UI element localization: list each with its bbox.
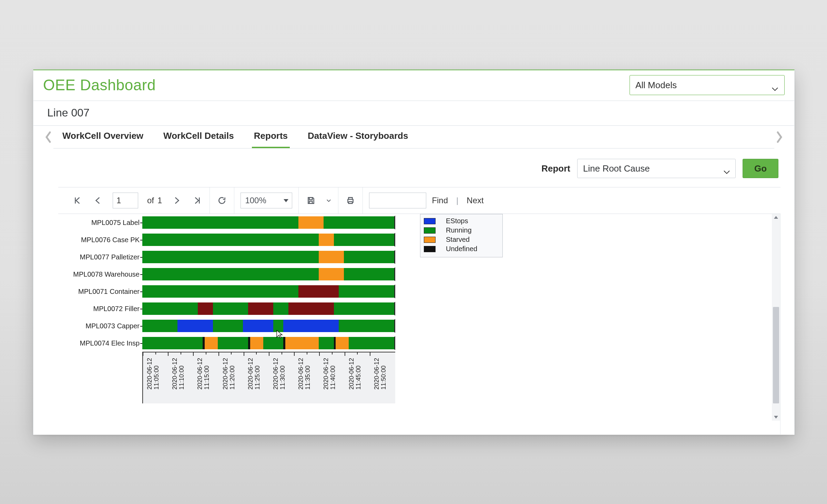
go-button[interactable]: Go [743, 159, 778, 178]
scroll-down-icon[interactable] [772, 414, 780, 421]
gantt-segment[interactable] [319, 251, 344, 263]
gantt-segment[interactable] [142, 268, 319, 280]
gantt-track[interactable] [142, 285, 395, 298]
gantt-segment[interactable] [177, 320, 213, 332]
tick-label: 2020-06-1211:30:00 [273, 358, 286, 390]
legend-item: Starved [424, 235, 499, 244]
tick [319, 352, 320, 356]
gantt-segment[interactable] [283, 320, 339, 332]
print-icon[interactable] [345, 195, 356, 206]
gantt-segment[interactable] [142, 234, 319, 246]
gantt-segment[interactable] [349, 337, 394, 349]
tick [168, 352, 169, 356]
page-nav-group: of 1 [65, 187, 210, 214]
page-input[interactable] [113, 193, 138, 208]
tick [193, 352, 194, 356]
gantt-track[interactable] [142, 216, 395, 229]
legend-label: Running [446, 226, 472, 234]
tick-minor [206, 352, 206, 354]
gantt-segment[interactable] [319, 268, 344, 280]
gantt-segment[interactable] [285, 337, 318, 349]
tick-minor [357, 352, 358, 354]
gantt-row: MPL0078 Warehouse [58, 266, 403, 283]
tick-label: 2020-06-1211:15:00 [197, 358, 211, 390]
find-input[interactable] [369, 193, 426, 208]
legend-swatch [424, 246, 436, 252]
gantt-segment[interactable] [248, 302, 273, 315]
vertical-scrollbar[interactable] [772, 214, 780, 421]
gantt-segment[interactable] [142, 285, 298, 298]
report-select[interactable]: Line Root Cause [577, 159, 736, 178]
tab-row: WorkCell OverviewWorkCell DetailsReports… [33, 126, 794, 148]
first-page-icon[interactable] [71, 195, 83, 206]
gantt-segment[interactable] [198, 302, 213, 315]
next-page-icon[interactable] [171, 195, 183, 206]
tick-minor [332, 352, 333, 354]
gantt-segment[interactable] [142, 320, 177, 332]
save-icon[interactable] [305, 195, 317, 206]
gantt-track[interactable] [142, 302, 395, 316]
tab-reports[interactable]: Reports [252, 126, 290, 148]
scroll-up-icon[interactable] [772, 214, 780, 221]
chevron-down-icon [772, 83, 778, 94]
gantt-track[interactable] [142, 250, 395, 264]
gantt-segment[interactable] [250, 337, 263, 349]
gantt-segment[interactable] [273, 302, 288, 315]
find-button[interactable]: Find [432, 196, 448, 205]
gantt-segment[interactable] [339, 285, 394, 298]
gantt-segment[interactable] [344, 268, 394, 280]
gantt-segment[interactable] [319, 337, 334, 349]
tab-dataview-storyboards[interactable]: DataView - Storyboards [306, 126, 410, 148]
gantt-track[interactable] [142, 233, 395, 247]
tick-minor [155, 352, 156, 354]
gantt-segment[interactable] [218, 337, 248, 349]
last-page-icon[interactable] [192, 195, 203, 206]
gantt-segment[interactable] [142, 337, 203, 349]
gantt-row: MPL0076 Case PK [58, 231, 403, 248]
gantt-segment[interactable] [288, 302, 334, 315]
gantt-row-label: MPL0078 Warehouse [58, 270, 142, 278]
gantt-segment[interactable] [334, 302, 394, 315]
gantt-segment[interactable] [334, 234, 394, 246]
gantt-track[interactable] [142, 267, 395, 281]
gantt-segment[interactable] [324, 216, 394, 229]
chevron-down-icon [724, 166, 730, 177]
gantt-segment[interactable] [298, 216, 324, 229]
gantt-segment[interactable] [205, 337, 218, 349]
zoom-select[interactable]: 100% [241, 193, 292, 208]
gantt-segment[interactable] [263, 337, 283, 349]
zoom-value: 100% [245, 196, 266, 205]
export-group [299, 187, 338, 214]
tick [345, 352, 345, 356]
app-window: OEE Dashboard All Models Line 007 WorkCe… [33, 70, 795, 435]
save-chevron-down-icon[interactable] [326, 195, 332, 206]
scroll-thumb[interactable] [773, 307, 779, 403]
refresh-icon[interactable] [216, 195, 228, 206]
gantt-track[interactable] [142, 319, 395, 333]
tick-label: 2020-06-1211:50:00 [374, 358, 387, 390]
gantt-segment[interactable] [344, 251, 394, 263]
gantt-segment[interactable] [142, 302, 198, 315]
model-select[interactable]: All Models [630, 75, 785, 95]
gantt-segment[interactable] [319, 234, 334, 246]
gantt-row: MPL0074 Elec Insp [58, 335, 403, 352]
gantt-row: MPL0077 Palletizer [58, 248, 403, 266]
gantt-segment[interactable] [142, 251, 319, 263]
gantt-segment[interactable] [213, 320, 243, 332]
gantt-segment[interactable] [213, 302, 248, 315]
tab-scroll-right-icon[interactable] [774, 126, 785, 148]
prev-page-icon[interactable] [92, 195, 104, 206]
gantt-row: MPL0075 Label [58, 214, 403, 231]
gantt-segment[interactable] [339, 320, 394, 332]
gantt-segment[interactable] [243, 320, 273, 332]
gantt-segment[interactable] [336, 337, 349, 349]
tab-scroll-left-icon[interactable] [43, 126, 53, 148]
gantt-segment[interactable] [142, 216, 298, 229]
gantt-segment[interactable] [298, 285, 339, 298]
tab-workcell-overview[interactable]: WorkCell Overview [60, 126, 145, 148]
tab-workcell-details[interactable]: WorkCell Details [161, 126, 236, 148]
find-next-button[interactable]: Next [467, 196, 483, 205]
gantt-track[interactable] [142, 336, 395, 350]
report-area: MPL0075 LabelMPL0076 Case PKMPL0077 Pall… [58, 214, 780, 434]
gantt-chart: MPL0075 LabelMPL0076 Case PKMPL0077 Pall… [58, 214, 403, 403]
